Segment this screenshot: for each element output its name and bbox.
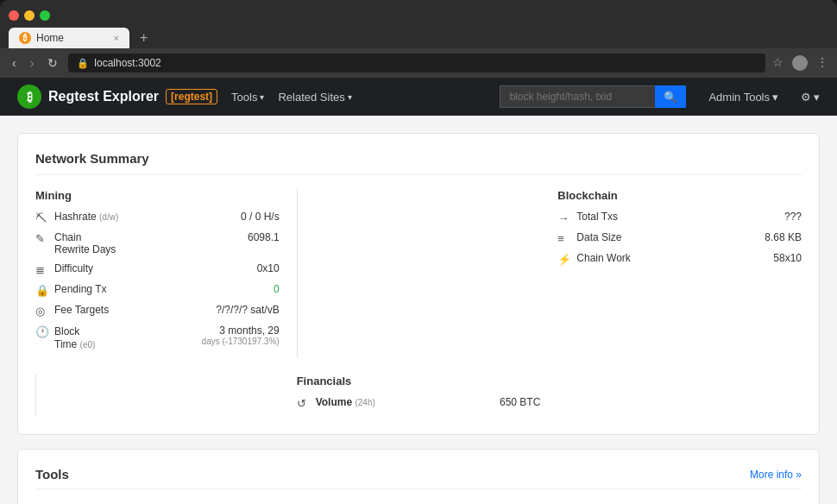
block-time-label: BlockTime (e0) bbox=[54, 325, 95, 350]
navbar: ₿ Regtest Explorer [regtest] Tools ▾ Rel… bbox=[0, 78, 837, 116]
chain-icon: ✎ bbox=[35, 232, 49, 245]
forward-button[interactable]: › bbox=[27, 54, 38, 72]
tab-title: Home bbox=[36, 32, 64, 44]
brand-name: Regtest Explorer bbox=[48, 89, 159, 104]
tab-bar: ₿ Home × + bbox=[9, 28, 828, 48]
related-sites-menu[interactable]: Related Sites ▾ bbox=[278, 91, 351, 104]
chain-label: ChainRewrite Days bbox=[54, 231, 242, 255]
network-summary-card: Network Summary Mining ⛏ Hashrate (d/w) … bbox=[17, 133, 820, 435]
brand: ₿ Regtest Explorer [regtest] bbox=[17, 85, 217, 109]
brand-icon: ₿ bbox=[17, 85, 41, 109]
search-input[interactable] bbox=[500, 85, 655, 108]
chain-work-icon: ⚡ bbox=[557, 253, 571, 266]
fee-targets-row: ◎ Fee Targets ?/?/?/? sat/vB bbox=[35, 304, 280, 318]
data-size-icon: ≡ bbox=[557, 232, 571, 245]
admin-tools-menu[interactable]: Admin Tools ▾ bbox=[708, 91, 778, 104]
hashrate-value: 0 / 0 H/s bbox=[241, 211, 280, 223]
chain-work-label: Chain Work bbox=[576, 252, 768, 264]
mining-title: Mining bbox=[35, 189, 280, 202]
total-txs-label: Total Txs bbox=[576, 211, 779, 223]
main-area: Network Summary Mining ⛏ Hashrate (d/w) … bbox=[0, 116, 837, 504]
tools-caret-icon: ▾ bbox=[260, 92, 264, 102]
total-txs-row: → Total Txs ??? bbox=[557, 211, 802, 224]
network-summary-title: Network Summary bbox=[35, 151, 802, 175]
gear-icon: ⚙ bbox=[801, 91, 811, 104]
tools-header: Tools More info » bbox=[35, 467, 802, 489]
related-sites-caret-icon: ▾ bbox=[348, 92, 352, 102]
refresh-button[interactable]: ↻ bbox=[44, 54, 61, 72]
divider-2 bbox=[35, 375, 36, 417]
chain-value: 6098.1 bbox=[248, 231, 280, 243]
fullscreen-button[interactable] bbox=[40, 10, 50, 21]
financials-section: Financials ↺ Volume (24h) 650 BTC bbox=[297, 375, 541, 417]
tools-menu[interactable]: Tools ▾ bbox=[231, 91, 264, 104]
volume-label: Volume (24h) bbox=[316, 396, 494, 408]
chain-work-value: 58x10 bbox=[773, 252, 802, 264]
total-txs-icon: → bbox=[557, 211, 571, 224]
volume-row: ↺ Volume (24h) 650 BTC bbox=[297, 396, 541, 410]
block-time-sub: days (-1730197.3%) bbox=[202, 337, 280, 346]
hashrate-label: Hashrate (d/w) bbox=[54, 211, 236, 223]
block-time-row: 🕐 BlockTime (e0) 3 months, 29 days (-173… bbox=[35, 324, 280, 350]
back-button[interactable]: ‹ bbox=[9, 54, 20, 72]
fee-label: Fee Targets bbox=[54, 304, 211, 316]
data-size-row: ≡ Data Size 8.68 KB bbox=[557, 231, 802, 245]
blockchain-title: Blockchain bbox=[557, 189, 802, 202]
tools-card: Tools More info » ⊞ Node Status ◈ Block … bbox=[17, 449, 820, 504]
chain-rewrite-row: ✎ ChainRewrite Days 6098.1 bbox=[35, 231, 280, 255]
lock-icon: 🔒 bbox=[77, 58, 89, 69]
hashrate-icon: ⛏ bbox=[35, 211, 49, 224]
admin-caret-icon: ▾ bbox=[772, 91, 778, 104]
block-time-value: 3 months, 29 bbox=[202, 324, 280, 337]
block-time-icon: 🕐 bbox=[35, 325, 49, 338]
url-text: localhost:3002 bbox=[94, 57, 160, 69]
pending-label: Pending Tx bbox=[54, 283, 268, 295]
browser-actions: ☆ ⋮ bbox=[772, 55, 828, 71]
difficulty-label: Difficulty bbox=[54, 262, 252, 274]
pending-icon: 🔒 bbox=[35, 284, 49, 297]
brand-tag: [regtest] bbox=[166, 89, 217, 104]
address-bar: ‹ › ↻ 🔒 localhost:3002 ☆ ⋮ bbox=[0, 48, 837, 78]
url-bar[interactable]: 🔒 localhost:3002 bbox=[68, 54, 765, 72]
volume-value: 650 BTC bbox=[500, 396, 540, 408]
star-icon[interactable]: ☆ bbox=[772, 55, 784, 71]
difficulty-row: ≣ Difficulty 0x10 bbox=[35, 262, 280, 276]
difficulty-icon: ≣ bbox=[35, 263, 49, 276]
difficulty-value: 0x10 bbox=[257, 262, 280, 274]
search-area: 🔍 bbox=[500, 85, 686, 108]
tab-close-icon[interactable]: × bbox=[114, 33, 119, 43]
traffic-lights bbox=[9, 7, 828, 28]
active-tab[interactable]: ₿ Home × bbox=[9, 28, 129, 48]
pending-tx-row: 🔒 Pending Tx 0 bbox=[35, 283, 280, 297]
data-size-label: Data Size bbox=[576, 231, 759, 243]
mining-section: Mining ⛏ Hashrate (d/w) 0 / 0 H/s ✎ Chai… bbox=[35, 189, 280, 357]
hashrate-row: ⛏ Hashrate (d/w) 0 / 0 H/s bbox=[35, 211, 280, 224]
new-tab-button[interactable]: + bbox=[135, 30, 153, 46]
chain-work-row: ⚡ Chain Work 58x10 bbox=[557, 252, 802, 266]
minimize-button[interactable] bbox=[24, 10, 35, 21]
pending-value: 0 bbox=[274, 283, 280, 295]
settings-menu[interactable]: ⚙ ▾ bbox=[801, 91, 820, 104]
fee-icon: ◎ bbox=[35, 305, 49, 318]
more-info-link[interactable]: More info » bbox=[750, 469, 802, 481]
total-txs-value: ??? bbox=[784, 211, 802, 223]
menu-icon[interactable]: ⋮ bbox=[816, 55, 828, 71]
data-size-value: 8.68 KB bbox=[765, 231, 802, 243]
settings-caret-icon: ▾ bbox=[814, 91, 820, 104]
blockchain-section: Blockchain → Total Txs ??? ≡ Data Size 8… bbox=[557, 189, 802, 357]
profile-icon[interactable] bbox=[792, 55, 808, 71]
page-content: ₿ Regtest Explorer [regtest] Tools ▾ Rel… bbox=[0, 78, 837, 504]
tab-favicon: ₿ bbox=[19, 32, 31, 44]
financials-title: Financials bbox=[297, 375, 541, 387]
close-button[interactable] bbox=[9, 10, 19, 21]
browser-chrome: ₿ Home × + bbox=[0, 0, 837, 48]
volume-icon: ↺ bbox=[297, 397, 311, 410]
fee-value: ?/?/?/? sat/vB bbox=[216, 304, 279, 316]
network-grid: Mining ⛏ Hashrate (d/w) 0 / 0 H/s ✎ Chai… bbox=[35, 189, 802, 417]
tools-title: Tools bbox=[35, 467, 69, 482]
search-button[interactable]: 🔍 bbox=[655, 85, 686, 108]
divider-1 bbox=[297, 189, 298, 357]
